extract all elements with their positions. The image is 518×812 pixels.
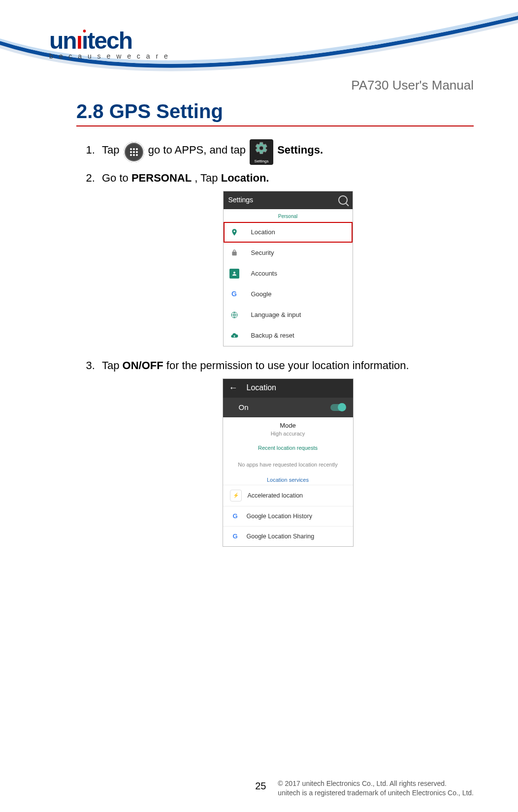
page-number: 25 <box>255 779 266 793</box>
settings-row-label: Language & input <box>251 311 301 319</box>
step3-post: for the permission to use your location … <box>163 359 409 372</box>
step-1: Tap go to APPS, and tap Settings Setting… <box>98 139 474 162</box>
settings-section-personal: Personal <box>224 209 353 222</box>
google-icon: G <box>230 531 241 542</box>
google-icon: G <box>229 289 239 299</box>
settings-row-security[interactable]: Security <box>224 243 353 263</box>
settings-row-google[interactable]: G Google <box>224 284 353 305</box>
settings-appbar-title: Settings <box>228 195 254 205</box>
step3-onoff: ON/OFF <box>123 359 163 372</box>
service-row-label: Google Location History <box>247 512 312 521</box>
service-row-label: Google Location Sharing <box>247 532 315 541</box>
settings-row-accounts[interactable]: Accounts <box>224 263 353 284</box>
google-icon: G <box>230 511 241 522</box>
document-title: PA730 User's Manual <box>351 78 474 93</box>
screenshot-location: ← Location On Mode High accuracy Recent … <box>223 378 354 547</box>
service-row-sharing[interactable]: G Google Location Sharing <box>223 526 353 546</box>
settings-row-language[interactable]: Language & input <box>224 305 353 325</box>
step1-goapps: go to APPS, and tap <box>148 144 249 156</box>
apps-icon <box>124 142 144 162</box>
location-toggle-row: On <box>223 398 353 417</box>
mode-title: Mode <box>230 421 346 430</box>
step2-pre: Go to <box>102 172 131 184</box>
settings-appbar: Settings <box>224 191 353 209</box>
location-services-label: Location services <box>230 476 346 484</box>
step2-location: Location. <box>221 172 269 184</box>
location-mode-block[interactable]: Mode High accuracy <box>223 417 353 444</box>
mode-subtitle: High accuracy <box>230 430 346 437</box>
service-row-history[interactable]: G Google Location History <box>223 506 353 526</box>
step2-mid: , Tap <box>192 172 221 184</box>
footer-line2: unitech is a registered trademark of uni… <box>278 789 474 797</box>
settings-row-label: Google <box>251 290 272 299</box>
settings-row-location[interactable]: Location <box>224 222 353 243</box>
globe-icon <box>229 310 239 320</box>
step3-pre: Tap <box>102 359 123 372</box>
step1-settings-text: Settings. <box>277 144 323 156</box>
settings-row-label: Accounts <box>251 269 277 278</box>
screenshot-settings-personal: Settings Personal Location <box>223 191 353 346</box>
section-title: 2.8 GPS Setting <box>76 100 474 123</box>
recent-requests-label: Recent location requests <box>230 444 346 452</box>
footer: 25 © 2017 unitech Electronics Co., Ltd. … <box>255 779 474 798</box>
settings-icon-caption: Settings <box>250 158 273 164</box>
settings-row-label: Security <box>251 249 274 257</box>
settings-app-icon: Settings <box>250 139 273 165</box>
location-appbar-title: Location <box>247 382 277 393</box>
step2-personal: PERSONAL <box>131 172 192 184</box>
step-3: Tap ON/OFF for the permission to use you… <box>98 358 474 547</box>
logo-text: unı•ıtech <box>49 27 170 54</box>
location-toggle[interactable] <box>330 404 345 411</box>
step1-tap: Tap <box>102 144 119 156</box>
location-on-label: On <box>239 402 249 412</box>
lock-icon <box>229 248 239 258</box>
accelerated-icon: ⚡ <box>230 490 242 501</box>
footer-line1: © 2017 unitech Electronics Co., Ltd. All… <box>278 780 447 787</box>
service-row-label: Accelerated location <box>248 492 303 500</box>
settings-row-label: Backup & reset <box>251 331 294 340</box>
step-2: Go to PERSONAL , Tap Location. Settings … <box>98 171 474 346</box>
search-icon[interactable] <box>338 195 348 205</box>
back-arrow-icon[interactable]: ← <box>229 382 238 394</box>
location-pin-icon <box>229 227 239 237</box>
logo: unı•ıtech b e c a u s e w e c a r e <box>49 27 170 60</box>
service-row-accelerated[interactable]: ⚡ Accelerated location <box>223 485 353 506</box>
accounts-icon <box>229 269 239 279</box>
settings-row-label: Location <box>251 228 275 237</box>
steps-list: Tap go to APPS, and tap Settings Setting… <box>76 139 474 547</box>
backup-icon <box>229 331 239 341</box>
recent-requests-empty: No apps have requested location recently <box>223 454 353 475</box>
settings-row-backup[interactable]: Backup & reset <box>224 325 353 346</box>
logo-tagline: b e c a u s e w e c a r e <box>49 52 170 60</box>
location-appbar: ← Location <box>223 379 353 398</box>
divider <box>76 125 474 126</box>
